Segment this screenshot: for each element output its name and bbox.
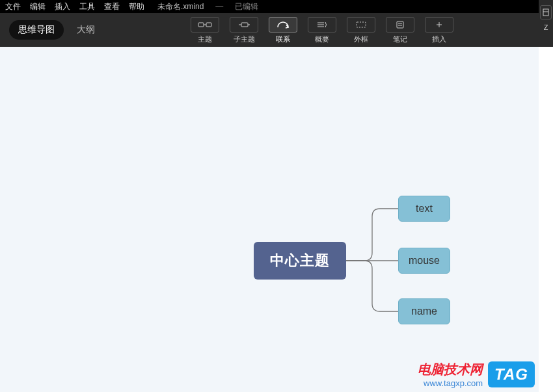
notes-icon <box>386 17 414 33</box>
svg-rect-15 <box>543 9 548 16</box>
file-tab[interactable]: 未命名.xmind <box>157 1 204 12</box>
menu-edit[interactable]: 编辑 <box>30 1 46 12</box>
file-status: 已编辑 <box>235 1 258 12</box>
subtopic-icon <box>230 17 258 33</box>
tool-topic[interactable]: 主题 <box>187 17 223 44</box>
svg-rect-9 <box>357 22 366 27</box>
central-topic[interactable]: 中心主题 <box>254 242 346 280</box>
watermark-tag: TAG <box>488 361 535 387</box>
tool-relationship-label: 联系 <box>276 34 290 44</box>
toolbar: 主题 子主题 联系 概要 外框 <box>187 13 457 47</box>
tool-topic-label: 主题 <box>198 34 212 44</box>
tab-outline[interactable]: 大纲 <box>72 20 100 40</box>
right-tool-icon <box>540 5 552 20</box>
summary-icon <box>308 17 336 33</box>
right-panel-edge[interactable]: Z <box>539 0 553 47</box>
svg-rect-10 <box>397 21 403 28</box>
tool-insert[interactable]: 插入 <box>422 17 457 44</box>
menu-insert[interactable]: 插入 <box>55 1 70 12</box>
tool-relationship[interactable]: 联系 <box>265 17 301 44</box>
child-topic-2[interactable]: mouse <box>398 248 450 274</box>
watermark: 电脑技术网 www.tagxp.com TAG <box>418 361 535 388</box>
boundary-icon <box>347 17 375 33</box>
connectors <box>0 47 539 392</box>
tool-notes-label: 笔记 <box>393 34 407 44</box>
tool-subtopic-label: 子主题 <box>234 34 255 44</box>
tool-boundary[interactable]: 外框 <box>344 17 379 44</box>
menu-view[interactable]: 查看 <box>104 1 120 12</box>
svg-rect-0 <box>198 23 204 27</box>
child-topic-3[interactable]: name <box>398 298 450 324</box>
svg-rect-1 <box>206 23 211 27</box>
menu-help[interactable]: 帮助 <box>129 1 144 12</box>
menu-file[interactable]: 文件 <box>5 1 21 12</box>
file-status-prefix: — <box>215 2 223 11</box>
menu-tools[interactable]: 工具 <box>79 1 95 12</box>
view-tabs: 思维导图 大纲 <box>0 20 100 40</box>
right-tool-label: Z <box>544 23 548 31</box>
header-toolbar: 思维导图 大纲 主题 子主题 联系 概要 <box>0 13 553 47</box>
relationship-icon <box>269 17 297 33</box>
watermark-url: www.tagxp.com <box>418 378 483 388</box>
tool-summary[interactable]: 概要 <box>304 17 340 44</box>
tool-subtopic[interactable]: 子主题 <box>226 17 262 44</box>
menubar: 文件 编辑 插入 工具 查看 帮助 未命名.xmind — 已编辑 <box>0 0 553 13</box>
canvas[interactable]: 中心主题 text mouse name 电脑技术网 www.tagxp.com… <box>0 47 539 392</box>
insert-icon <box>425 17 453 33</box>
tab-mindmap[interactable]: 思维导图 <box>9 20 64 40</box>
topic-icon <box>191 17 219 33</box>
child-topic-1[interactable]: text <box>398 196 450 222</box>
tool-notes[interactable]: 笔记 <box>383 17 418 44</box>
watermark-title: 电脑技术网 <box>418 361 483 378</box>
tool-boundary-label: 外框 <box>354 34 368 44</box>
svg-rect-3 <box>241 23 248 27</box>
tool-summary-label: 概要 <box>315 34 329 44</box>
tool-insert-label: 插入 <box>432 34 446 44</box>
